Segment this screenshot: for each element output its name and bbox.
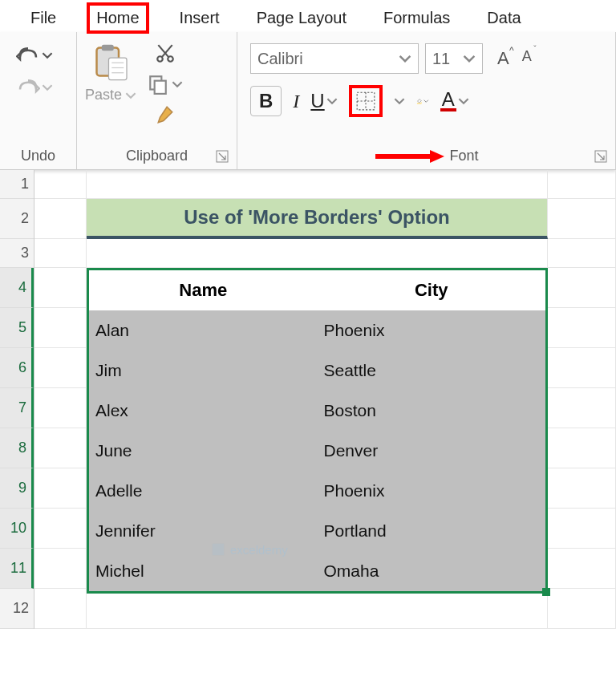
row-header[interactable]: 11 — [0, 549, 34, 589]
group-clipboard: Paste Clipboard — [77, 32, 237, 169]
cell-city[interactable]: Portland — [318, 511, 546, 551]
paste-button[interactable]: Paste — [85, 39, 136, 103]
cell-name[interactable]: Jim — [89, 351, 318, 391]
tab-data[interactable]: Data — [480, 6, 527, 30]
cell-name[interactable]: June — [89, 431, 318, 471]
group-font: Calibri 11 A^ Aˇ B I U — [237, 32, 616, 169]
chevron-down-icon — [172, 79, 183, 90]
format-painter-button[interactable] — [155, 104, 176, 125]
svg-marker-18 — [430, 150, 444, 163]
row-header[interactable]: 8 — [0, 428, 34, 468]
svg-rect-16 — [417, 103, 422, 104]
cell-city[interactable]: Denver — [318, 431, 546, 471]
chevron-down-icon — [326, 95, 338, 107]
table-header-row: Name City — [89, 270, 545, 310]
chevron-down-icon — [424, 95, 429, 107]
ribbon-body: Undo Paste — [0, 32, 616, 170]
paintbrush-icon — [155, 104, 176, 125]
ribbon-tabs: File Home Insert Page Layout Formulas Da… — [0, 0, 616, 32]
borders-button[interactable] — [349, 85, 383, 117]
row-header[interactable]: 2 — [0, 199, 34, 239]
paste-icon — [91, 42, 131, 85]
table-row: Adelle Phoenix — [89, 471, 545, 511]
header-name[interactable]: Name — [89, 270, 318, 310]
chevron-down-icon — [394, 95, 405, 107]
cell-city[interactable]: Boston — [318, 391, 546, 431]
tab-file[interactable]: File — [24, 6, 63, 30]
borders-dropdown[interactable] — [394, 95, 405, 107]
tab-home[interactable]: Home — [87, 2, 148, 34]
chevron-down-icon — [125, 90, 136, 101]
tab-page-layout[interactable]: Page Layout — [250, 6, 353, 30]
copy-icon — [148, 74, 168, 95]
row-header[interactable]: 1 — [0, 170, 34, 199]
clipboard-launcher[interactable] — [216, 150, 229, 163]
row-header[interactable]: 12 — [0, 589, 34, 629]
font-name-value: Calibri — [257, 50, 303, 68]
tab-formulas[interactable]: Formulas — [377, 6, 456, 30]
cell-city[interactable]: Phoenix — [318, 310, 546, 351]
table-row: Jennifer Portland — [89, 511, 545, 551]
borders-icon — [355, 91, 376, 111]
spreadsheet: 1 2 3 4 5 6 7 8 9 10 11 12 Use of 'More … — [0, 170, 616, 629]
chevron-down-icon — [458, 95, 469, 107]
chevron-down-icon — [463, 52, 476, 65]
chevron-down-icon — [42, 50, 53, 61]
increase-font-button[interactable]: A^ — [494, 45, 513, 72]
font-name-select[interactable]: Calibri — [250, 43, 419, 74]
redo-button[interactable] — [16, 75, 53, 99]
group-label-clipboard: Clipboard — [85, 144, 229, 166]
selection-handle[interactable] — [542, 588, 550, 596]
row-headers: 1 2 3 4 5 6 7 8 9 10 11 12 — [0, 170, 34, 629]
svg-rect-2 — [109, 58, 128, 80]
copy-button[interactable] — [148, 74, 183, 95]
table-row: Michel Omaha — [89, 551, 545, 591]
cell-city[interactable]: Seattle — [318, 351, 546, 391]
tab-insert[interactable]: Insert — [173, 6, 226, 30]
svg-rect-20 — [213, 544, 224, 555]
group-undo: Undo — [0, 32, 77, 169]
table-row: Alex Boston — [89, 391, 545, 431]
undo-button[interactable] — [16, 43, 53, 67]
cell-name[interactable]: Alex — [89, 391, 318, 431]
row-header[interactable]: 9 — [0, 468, 34, 509]
paint-bucket-icon — [416, 98, 422, 103]
font-size-select[interactable]: 11 — [425, 43, 483, 74]
scissors-icon — [155, 43, 176, 64]
row-header[interactable]: 5 — [0, 308, 34, 348]
cell-grid[interactable]: Use of 'More Borders' Option Name City A… — [34, 170, 616, 629]
selected-range[interactable]: Name City Alan Phoenix Jim Seattle Alex … — [87, 268, 548, 594]
title-cell[interactable]: Use of 'More Borders' Option — [87, 199, 548, 239]
cell-name[interactable]: Michel — [89, 551, 318, 591]
watermark: exceldemy — [211, 542, 288, 557]
table-row: June Denver — [89, 431, 545, 471]
group-label-font: Font — [245, 144, 607, 166]
header-city[interactable]: City — [318, 270, 546, 310]
svg-rect-11 — [155, 81, 166, 94]
decrease-font-button[interactable]: Aˇ — [519, 45, 535, 72]
row-header[interactable]: 4 — [0, 268, 34, 308]
chevron-down-icon — [42, 82, 53, 93]
bold-button[interactable]: B — [250, 86, 282, 116]
font-color-button[interactable]: A — [440, 91, 469, 111]
cell-name[interactable]: Adelle — [89, 471, 318, 511]
cell-name[interactable]: Alan — [89, 310, 318, 351]
cut-button[interactable] — [155, 43, 176, 64]
svg-rect-1 — [102, 45, 114, 51]
annotation-arrow — [374, 148, 446, 164]
row-header[interactable]: 3 — [0, 239, 34, 268]
paste-label: Paste — [85, 87, 122, 103]
fill-color-button[interactable] — [416, 95, 429, 107]
cell-city[interactable]: Phoenix — [318, 471, 546, 511]
font-size-value: 11 — [432, 50, 450, 68]
row-header[interactable]: 7 — [0, 388, 34, 428]
row-header[interactable]: 6 — [0, 348, 34, 388]
font-launcher[interactable] — [594, 150, 607, 163]
chevron-down-icon — [399, 52, 411, 65]
row-header[interactable]: 10 — [0, 509, 34, 549]
group-label-undo: Undo — [8, 144, 68, 166]
table-row: Jim Seattle — [89, 351, 545, 391]
italic-button[interactable]: I — [293, 91, 299, 112]
underline-button[interactable]: U — [310, 90, 337, 112]
cell-city[interactable]: Omaha — [318, 551, 546, 591]
